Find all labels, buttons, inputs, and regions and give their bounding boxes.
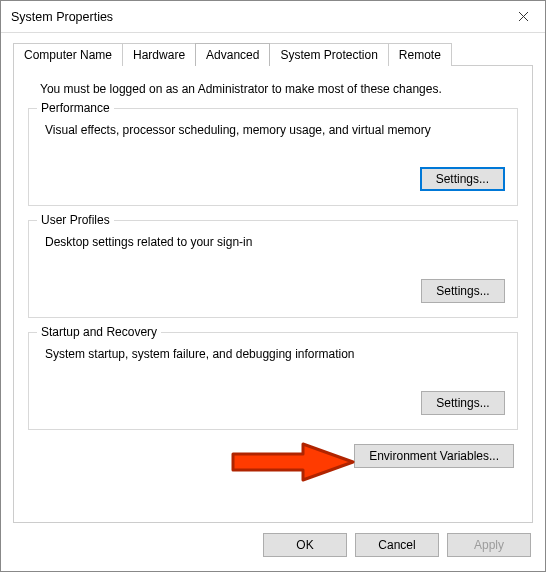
- ok-button[interactable]: OK: [263, 533, 347, 557]
- environment-variables-button[interactable]: Environment Variables...: [354, 444, 514, 468]
- titlebar: System Properties: [1, 1, 545, 33]
- tab-system-protection[interactable]: System Protection: [269, 43, 388, 66]
- tab-hardware[interactable]: Hardware: [122, 43, 196, 66]
- startup-recovery-settings-button[interactable]: Settings...: [421, 391, 505, 415]
- system-properties-window: System Properties Computer Name Hardware…: [0, 0, 546, 572]
- tab-area: Computer Name Hardware Advanced System P…: [1, 33, 545, 523]
- env-vars-row: Environment Variables...: [28, 444, 514, 468]
- startup-recovery-group-title: Startup and Recovery: [37, 325, 161, 339]
- tab-computer-name[interactable]: Computer Name: [13, 43, 123, 66]
- dialog-buttons: OK Cancel Apply: [1, 523, 545, 571]
- performance-group: Performance Visual effects, processor sc…: [28, 108, 518, 206]
- tab-strip: Computer Name Hardware Advanced System P…: [13, 43, 533, 66]
- tab-advanced[interactable]: Advanced: [195, 43, 270, 66]
- advanced-panel: You must be logged on as an Administrato…: [13, 65, 533, 523]
- startup-recovery-desc: System startup, system failure, and debu…: [45, 347, 505, 361]
- apply-button[interactable]: Apply: [447, 533, 531, 557]
- close-button[interactable]: [501, 2, 545, 32]
- admin-required-msg: You must be logged on as an Administrato…: [40, 82, 518, 96]
- window-title: System Properties: [11, 10, 501, 24]
- tab-remote[interactable]: Remote: [388, 43, 452, 66]
- close-icon: [518, 11, 529, 22]
- annotation-arrow-icon: [223, 440, 363, 484]
- user-profiles-settings-button[interactable]: Settings...: [421, 279, 505, 303]
- startup-recovery-group: Startup and Recovery System startup, sys…: [28, 332, 518, 430]
- cancel-button[interactable]: Cancel: [355, 533, 439, 557]
- performance-settings-button[interactable]: Settings...: [420, 167, 505, 191]
- user-profiles-desc: Desktop settings related to your sign-in: [45, 235, 505, 249]
- user-profiles-group: User Profiles Desktop settings related t…: [28, 220, 518, 318]
- user-profiles-group-title: User Profiles: [37, 213, 114, 227]
- performance-group-title: Performance: [37, 101, 114, 115]
- performance-desc: Visual effects, processor scheduling, me…: [45, 123, 505, 137]
- svg-marker-2: [233, 444, 353, 480]
